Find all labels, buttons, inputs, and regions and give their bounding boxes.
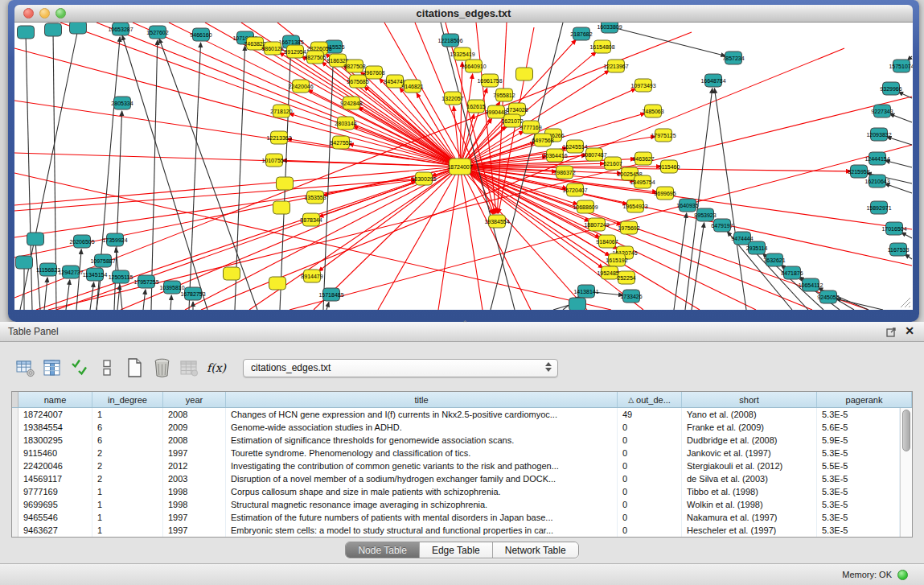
graph-edge[interactable]	[14, 48, 453, 165]
cell[interactable]: 5.3E-5	[817, 408, 900, 421]
graph-edge[interactable]	[44, 278, 47, 310]
cell[interactable]: 2009	[163, 421, 226, 434]
cell[interactable]: 5.5E-5	[817, 459, 900, 472]
close-panel-icon[interactable]: ✕	[905, 324, 914, 337]
cell[interactable]: 5.6E-5	[817, 421, 900, 434]
cell[interactable]: 1998	[163, 498, 226, 511]
cell[interactable]: 18300295	[18, 434, 92, 447]
canvas-resize-grip[interactable]	[898, 295, 911, 308]
graph-edge[interactable]	[318, 171, 454, 271]
cell[interactable]: 6	[92, 421, 163, 434]
cell[interactable]: Tibbo et al. (1998)	[682, 485, 817, 498]
cell[interactable]: 5.3E-5	[817, 472, 900, 485]
table-row[interactable]: 2242004622012Investigating the contribut…	[12, 459, 900, 472]
select-all-icon[interactable]	[68, 356, 92, 380]
cell[interactable]: 0	[618, 472, 682, 485]
cell[interactable]: Jankovic et al. (1997)	[682, 447, 817, 459]
cell[interactable]: 49	[618, 408, 682, 421]
table-row[interactable]: 1456911722003Disruption of a novel membe…	[12, 472, 900, 485]
cell[interactable]: 2008	[163, 408, 226, 421]
splitter-handle-icon[interactable]: ⌃	[462, 319, 469, 328]
table-row[interactable]: 1830029562008Estimation of significance …	[12, 434, 900, 447]
float-panel-icon[interactable]	[886, 327, 897, 337]
delete-column-icon[interactable]	[150, 356, 174, 380]
cell[interactable]: 2003	[163, 472, 226, 485]
cell[interactable]: 0	[618, 434, 682, 447]
graph-node-yellow[interactable]	[516, 68, 533, 80]
cell[interactable]: Yano et al. (2008)	[682, 408, 817, 421]
table-row[interactable]: 969969511998Structural magnetic resonanc…	[12, 498, 900, 511]
cell[interactable]: 0	[618, 485, 682, 498]
graph-node-yellow[interactable]	[224, 267, 240, 280]
column-header-short[interactable]: short	[682, 392, 817, 407]
graph-edge[interactable]	[617, 28, 726, 56]
graph-node-teal[interactable]	[27, 233, 44, 245]
cell[interactable]: 1997	[163, 447, 226, 459]
table-selector-dropdown[interactable]: citations_edges.txt	[243, 359, 558, 377]
tab-edge-table[interactable]: Edge Table	[420, 542, 493, 558]
cell[interactable]: 1	[92, 485, 163, 498]
cell[interactable]: Embryonic stem cells: a model to study s…	[226, 524, 618, 537]
cell[interactable]: Franke et al. (2009)	[682, 421, 817, 434]
graph-edge[interactable]	[14, 179, 416, 237]
graph-edge[interactable]	[35, 241, 40, 310]
table-panel-header[interactable]: Table Panel ⌃ ✕	[0, 322, 924, 342]
cell[interactable]: 2012	[163, 459, 226, 472]
graph-edge[interactable]	[885, 183, 912, 193]
cell[interactable]: 14569117	[18, 472, 92, 485]
tab-network-table[interactable]: Network Table	[493, 542, 578, 558]
graph-edge[interactable]	[454, 106, 459, 159]
cell[interactable]: Disruption of a novel member of a sodium…	[226, 472, 618, 485]
tab-node-table[interactable]: Node Table	[346, 542, 420, 558]
cell[interactable]: 9777169	[18, 485, 92, 498]
select-columns-icon[interactable]	[40, 356, 64, 380]
cell[interactable]: 0	[618, 511, 682, 524]
cell[interactable]: 1	[92, 511, 163, 524]
graph-edge[interactable]	[159, 39, 257, 310]
graph-edge[interactable]	[885, 160, 912, 167]
graph-node-teal[interactable]	[45, 23, 62, 36]
column-header-in_degree[interactable]: in_degree	[92, 392, 163, 407]
cell[interactable]: Nakamura et al. (1997)	[682, 511, 817, 524]
graph-edge[interactable]	[14, 101, 453, 166]
graph-edge[interactable]	[170, 295, 171, 310]
cell[interactable]: 22420046	[18, 459, 92, 472]
cell[interactable]: Wolkin et al. (1998)	[682, 498, 817, 511]
table-row[interactable]: 1872400712008Changes of HCN gene express…	[12, 408, 900, 421]
cell[interactable]: de Silva et al. (2003)	[682, 472, 817, 485]
cell[interactable]: 6	[92, 434, 163, 447]
column-header-title[interactable]: title	[226, 392, 618, 407]
graph-node-teal[interactable]	[16, 256, 33, 269]
network-window[interactable]: citations_edges.txt 10653287152760294661…	[8, 0, 919, 322]
cell[interactable]: Genome-wide association studies in ADHD.	[226, 421, 618, 434]
toggle-selection-icon[interactable]	[95, 356, 119, 380]
cell[interactable]: Corpus callosum shape and size in male p…	[226, 485, 618, 498]
cell[interactable]: 5.3E-5	[817, 447, 900, 459]
table-vertical-scrollbar[interactable]	[900, 408, 912, 537]
table-row[interactable]: 946362711997Embryonic stem cells: a mode…	[12, 524, 900, 537]
column-header-out_de[interactable]: △out_de...	[618, 392, 682, 407]
table-row[interactable]: 977716911998Corpus callosum shape and si…	[12, 485, 900, 498]
graph-edge[interactable]	[887, 137, 912, 145]
cell[interactable]: 0	[618, 459, 682, 472]
graph-edge[interactable]	[14, 167, 453, 205]
graph-edge[interactable]	[467, 168, 912, 266]
graph-edge[interactable]	[460, 62, 462, 159]
table-row[interactable]: 1938455462009Genome-wide association stu…	[12, 421, 900, 434]
graph-node-yellow[interactable]	[273, 201, 290, 214]
graph-node-yellow[interactable]	[269, 277, 286, 290]
table-settings-icon[interactable]	[13, 356, 37, 380]
column-header-year[interactable]: year	[163, 392, 226, 407]
delete-table-icon[interactable]	[177, 356, 201, 380]
table-row[interactable]: 946554611997Estimation of the future num…	[12, 511, 900, 524]
graph-node-teal[interactable]	[70, 23, 87, 34]
cell[interactable]: 9699695	[18, 498, 92, 511]
graph-node-yellow[interactable]	[277, 177, 294, 190]
cell[interactable]: 9115460	[18, 447, 92, 459]
graph-node-teal[interactable]	[569, 298, 586, 310]
cell[interactable]: 2	[92, 447, 163, 459]
scrollbar-thumb[interactable]	[902, 410, 910, 451]
cell[interactable]: Structural magnetic resonance image aver…	[226, 498, 618, 511]
cell[interactable]: Stergiakouli et al. (2012)	[682, 459, 817, 472]
graph-edge[interactable]	[836, 299, 883, 310]
